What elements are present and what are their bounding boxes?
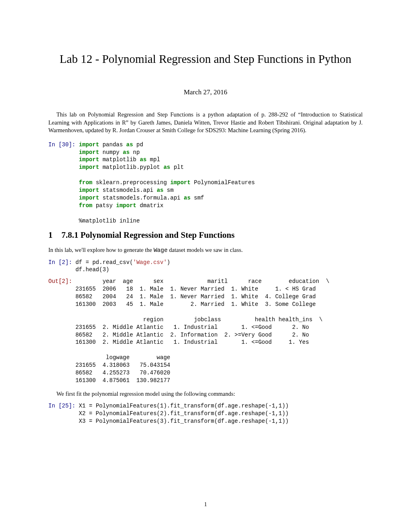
section-number: 1 <box>48 230 53 240</box>
section-title: 7.8.1 Polynomial Regression and Step Fun… <box>62 230 235 240</box>
output-cell-head: Out[2]: year age sex maritl race educati… <box>48 278 363 384</box>
body-text-1: In this lab, we'll explore how to genera… <box>48 246 363 255</box>
inline-code: Wage <box>154 247 168 254</box>
code-cell-polyfeatures: In [25]: X1 = PolynomialFeatures(1).fit_… <box>48 402 363 425</box>
section-heading: 17.8.1 Polynomial Regression and Step Fu… <box>48 230 363 240</box>
text-segment: dataset models we saw in class. <box>168 247 243 253</box>
code-cell-readcsv: In [2]: df = pd.read_csv('Wage.csv') df.… <box>48 259 363 274</box>
document-page: Lab 12 - Polynomial Regression and Step … <box>0 0 411 532</box>
code-cell-imports: In [30]: import pandas as pd import nump… <box>48 141 363 225</box>
body-text-2: We first fit the polynomial regression m… <box>48 390 363 398</box>
page-title: Lab 12 - Polynomial Regression and Step … <box>48 52 363 66</box>
document-date: March 27, 2016 <box>48 88 363 96</box>
page-number: 1 <box>0 501 411 508</box>
text-segment: In this lab, we'll explore how to genera… <box>48 247 154 253</box>
intro-paragraph: This lab on Polynomial Regression and St… <box>48 111 363 135</box>
